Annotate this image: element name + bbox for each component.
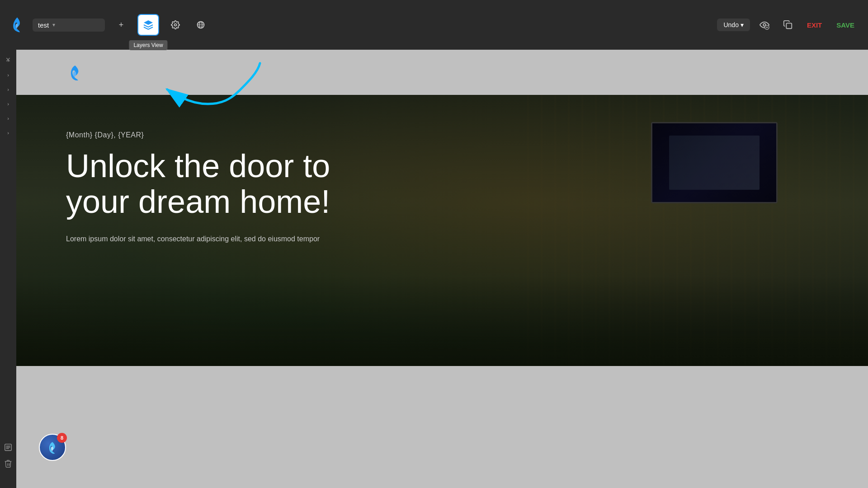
preview-button[interactable] [755,16,774,34]
undo-label: Undo [723,21,738,28]
duplicate-button[interactable] [779,16,797,34]
chevron-right-icon: › [7,116,9,121]
integrations-button[interactable] [192,16,210,34]
hero-section: {Month} {Day}, {YEAR} Unlock the door to… [16,95,868,366]
undo-dropdown[interactable]: Undo ▾ [717,19,750,31]
toolbar: test ▾ + Layers View [0,0,868,50]
notification-bubble[interactable]: 8 [39,434,66,461]
hero-title: Unlock the door to your dream home! [66,148,330,220]
save-button[interactable]: SAVE [832,19,859,32]
project-name-dropdown[interactable]: test ▾ [33,19,105,32]
sidebar-page-icon[interactable] [2,441,14,454]
close-sidebar-button[interactable]: ✕ [0,52,16,67]
svg-rect-10 [786,23,792,28]
chevron-right-icon: › [7,130,9,136]
add-button[interactable]: + [112,16,130,34]
hero-title-line2: your dream home! [66,183,330,220]
sidebar-expand-5[interactable]: › [2,112,14,125]
hero-content: {Month} {Day}, {YEAR} Unlock the door to… [66,131,330,245]
left-sidebar: ✕ › › › › › › [0,50,16,488]
sidebar-bottom-tools [2,441,14,470]
project-dropdown-chevron: ▾ [52,22,55,28]
layers-icon [143,19,154,30]
sidebar-trash-button[interactable] [2,457,14,470]
sidebar-expand-6[interactable]: › [2,127,14,139]
hero-date: {Month} {Day}, {YEAR} [66,131,330,139]
hero-title-line1: Unlock the door to [66,148,330,184]
toolbar-right: Undo ▾ EXIT SAVE [717,16,859,34]
layers-view-button[interactable] [137,14,159,36]
app-logo[interactable] [9,17,25,33]
page-icon [4,443,12,451]
close-icon: ✕ [5,56,11,63]
add-icon: + [119,20,124,30]
project-name-label: test [38,21,49,29]
trash-icon [4,460,12,468]
chevron-right-icon: › [7,101,9,107]
layers-view-tooltip: Layers View [129,40,167,50]
settings-button[interactable] [166,16,184,34]
wall-frame [651,122,778,203]
notification-badge: 8 [57,433,67,443]
sidebar-expand-4[interactable]: › [2,98,14,110]
canvas-area: {Month} {Day}, {YEAR} Unlock the door to… [16,50,868,488]
preview-icon [760,20,769,30]
layers-view-container: Layers View [137,14,159,36]
globe-icon [196,20,205,29]
hero-description: Lorem ipsum dolor sit amet, consectetur … [66,233,330,245]
duplicate-icon [783,20,793,30]
notification-flame-icon [46,441,59,454]
sidebar-expand-3[interactable]: › [2,83,14,96]
exit-button[interactable]: EXIT [802,19,826,32]
svg-point-0 [175,24,177,26]
undo-chevron-icon: ▾ [741,21,744,28]
canvas-logo [61,59,89,86]
chevron-right-icon: › [7,87,9,92]
sidebar-expand-2[interactable]: › [2,69,14,81]
chevron-right-icon: › [7,72,9,78]
gear-icon [171,20,180,29]
canvas-flame-logo [67,64,83,80]
